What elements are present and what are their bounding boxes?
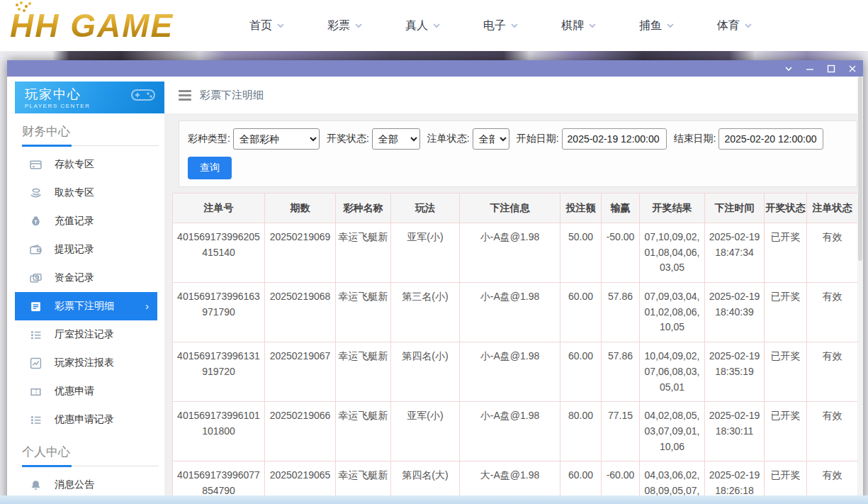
filter-row: 彩种类型: 全部彩种 开奖状态: 全部 注单状态: 全部 开始日期: 结束日期: — [188, 128, 848, 150]
sidebar-item-label: 厅室投注记录 — [55, 328, 114, 341]
sidebar-item-label: 取款专区 — [55, 186, 94, 199]
column-header: 下注信息 — [460, 194, 560, 223]
chevron-right-icon: › — [145, 301, 149, 312]
sidebar-item-promo-apply[interactable]: 优惠申请 — [15, 377, 157, 405]
nav-item-chess[interactable]: 棋牌 — [561, 18, 597, 33]
nav-item-fishing[interactable]: 捕鱼 — [639, 18, 675, 33]
cell-开奖结果: 07,09,03,04,01,02,08,06,10,05 — [640, 283, 705, 342]
card-icon — [30, 159, 42, 171]
chevron-down-icon — [744, 23, 753, 28]
cell-注单号: 401569173996131919720 — [173, 342, 265, 402]
cell-玩法: 第四名(小) — [391, 342, 460, 402]
chevron-down-icon — [666, 23, 675, 28]
nav-label: 真人 — [405, 18, 428, 33]
sidebar-section-title: 个人中心 — [22, 444, 159, 466]
bell-icon — [30, 479, 42, 491]
nav-item-sports[interactable]: 体育 — [717, 18, 753, 33]
column-header: 期数 — [265, 194, 336, 223]
start-date-input[interactable] — [562, 128, 667, 150]
cell-输赢: 57.86 — [602, 342, 640, 402]
cell-下注信息: 小-A盘@1.98 — [460, 402, 560, 461]
cell-开奖结果: 10,04,09,02,07,06,08,03,05,01 — [640, 342, 705, 402]
chevron-down-icon — [276, 23, 285, 28]
sidebar-section-title: 财务中心 — [22, 123, 159, 146]
nav-label: 电子 — [483, 18, 506, 33]
draw-status-label: 开奖状态: — [327, 133, 369, 145]
start-date-label: 开始日期: — [517, 133, 559, 145]
chevron-down-icon — [354, 23, 363, 28]
order-status-select[interactable]: 全部 — [473, 128, 509, 150]
nav-label: 棋牌 — [561, 18, 584, 33]
order-status-label: 注单状态: — [427, 133, 470, 145]
nav-label: 捕鱼 — [639, 18, 662, 33]
sidebar-item-promo-apply-record[interactable]: 优惠申请记录 — [15, 405, 157, 434]
end-date-input[interactable] — [718, 128, 823, 150]
draw-status-select[interactable]: 全部 — [372, 128, 420, 150]
sidebar-item-recharge-record[interactable]: 充值记录 — [15, 207, 157, 235]
list-icon — [30, 414, 42, 426]
sidebar-item-funds-record[interactable]: 资金记录 — [15, 264, 157, 292]
sidebar-item-label: 消息公告 — [55, 478, 94, 491]
vertical-scrollbar[interactable] — [857, 77, 863, 504]
cell-期数: 20250219066 — [265, 402, 336, 461]
cell-注单号: 401569173996101101800 — [173, 402, 265, 461]
column-header: 注单状态 — [807, 194, 858, 223]
window-body: 玩家中心 PLAYERS CENTER 财务中心存款专区取款专区充值记录提现记录… — [7, 77, 863, 504]
column-header: 下注时间 — [705, 194, 765, 223]
column-header: 输赢 — [602, 194, 640, 223]
minimize-button[interactable] — [799, 60, 821, 77]
cell-输赢: -50.00 — [602, 223, 640, 283]
column-header: 开奖结果 — [640, 194, 705, 223]
sidebar-item-hall-bet-record[interactable]: 厅室投注记录 — [15, 320, 157, 349]
sidebar-item-label: 彩票下注明细 — [55, 300, 114, 313]
sidebar-item-lottery-bet-detail[interactable]: 彩票下注明细› — [15, 292, 157, 320]
cell-下注信息: 小-A盘@1.98 — [460, 223, 560, 283]
cell-下注时间: 2025-02-19 18:47:34 — [705, 223, 765, 283]
cell-期数: 20250219068 — [265, 283, 336, 342]
sidebar-item-withdraw-record[interactable]: 提现记录 — [15, 235, 157, 264]
close-button[interactable] — [842, 60, 863, 77]
hamburger-icon[interactable] — [179, 90, 191, 101]
table-row: 40156917399616397179020250219068幸运飞艇新第三名… — [173, 283, 858, 342]
cell-输赢: 77.15 — [602, 402, 640, 461]
nav-item-home[interactable]: 首页 — [249, 18, 285, 33]
nav-item-live[interactable]: 真人 — [405, 18, 441, 33]
bottom-scroll-strip[interactable] — [0, 495, 868, 504]
cell-开奖状态: 已开奖 — [765, 283, 807, 342]
wallet-icon — [30, 244, 42, 256]
cell-开奖状态: 已开奖 — [765, 342, 807, 402]
cell-开奖结果: 07,10,09,02,01,08,04,06,03,05 — [640, 223, 705, 283]
nav-label: 首页 — [249, 18, 272, 33]
scrollbar-thumb[interactable] — [858, 77, 862, 261]
bet-table: 注单号期数彩种名称玩法下注信息投注额输赢开奖结果下注时间开奖状态注单状态 401… — [172, 193, 858, 504]
window-titlebar[interactable] — [7, 60, 863, 77]
filter-panel: 彩种类型: 全部彩种 开奖状态: 全部 注单状态: 全部 开始日期: 结束日期: — [179, 121, 857, 187]
lottery-type-select[interactable]: 全部彩种 — [233, 128, 320, 150]
nav-item-slots[interactable]: 电子 — [483, 18, 519, 33]
maximize-button[interactable] — [821, 60, 842, 77]
sidebar-item-message-announcement[interactable]: 消息公告 — [15, 471, 157, 499]
sidebar-header: 玩家中心 PLAYERS CENTER — [15, 82, 164, 113]
logo-sparkle-decoration — [16, 4, 18, 6]
chevron-down-icon — [510, 23, 519, 28]
cell-投注额: 60.00 — [560, 283, 602, 342]
cell-注单状态: 有效 — [807, 223, 858, 283]
sidebar: 玩家中心 PLAYERS CENTER 财务中心存款专区取款专区充值记录提现记录… — [7, 77, 164, 504]
cell-玩法: 亚军(小) — [391, 223, 460, 283]
coupon-icon — [30, 386, 42, 398]
cell-下注信息: 小-A盘@1.98 — [460, 283, 560, 342]
cell-投注额: 60.00 — [560, 342, 602, 402]
sidebar-item-player-bet-report[interactable]: 玩家投注报表 — [15, 349, 157, 377]
collapse-button[interactable] — [778, 60, 799, 77]
query-button[interactable]: 查询 — [188, 157, 232, 179]
sidebar-item-deposit-zone[interactable]: 存款专区 — [15, 150, 157, 179]
content-header: 彩票下注明细 — [164, 77, 863, 113]
sidebar-item-label: 资金记录 — [55, 271, 94, 284]
cell-开奖状态: 已开奖 — [765, 402, 807, 461]
logo-text: HH GAME — [10, 7, 174, 44]
nav-item-lottery[interactable]: 彩票 — [327, 18, 363, 33]
sidebar-item-withdraw-zone[interactable]: 取款专区 — [15, 179, 157, 207]
site-logo[interactable]: HH GAME — [10, 6, 208, 45]
sidebar-item-label: 存款专区 — [55, 158, 94, 171]
column-header: 投注额 — [560, 194, 602, 223]
